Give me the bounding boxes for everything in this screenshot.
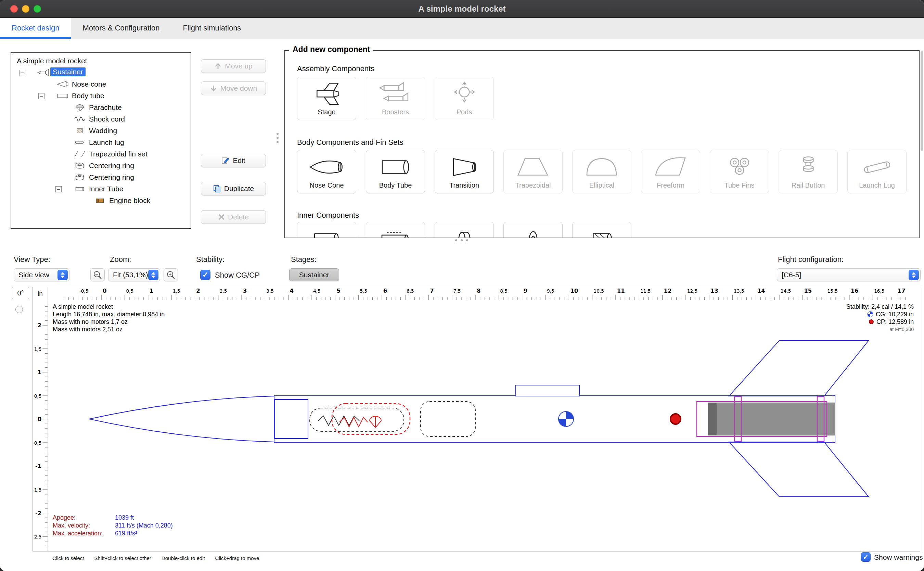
component-card-stage[interactable]: Stage xyxy=(297,77,356,120)
component-card-inner-4[interactable] xyxy=(504,222,563,238)
tree-item-trapezoidal-fin-set[interactable]: Trapezoidal fin set xyxy=(11,148,191,160)
ruler-unit-label[interactable]: in xyxy=(33,287,48,300)
wadding-icon xyxy=(74,126,86,135)
move-up-label: Move up xyxy=(225,62,253,70)
cg-readout: CG: 10,229 in xyxy=(846,310,914,318)
vertical-ruler: -2,5-2-1,5-1-0,500,511,52 xyxy=(33,300,48,551)
duplicate-icon xyxy=(213,185,221,193)
tree-item-label: Engine block xyxy=(109,196,150,205)
launch-lug-shape[interactable] xyxy=(516,385,579,396)
window-title: A simple model rocket xyxy=(0,0,924,18)
tree-item-shock-cord[interactable]: Shock cord xyxy=(11,114,191,125)
tab-motors-configuration[interactable]: Motors & Configuration xyxy=(71,18,171,39)
move-down-label: Move down xyxy=(220,84,257,93)
rotation-slider-knob[interactable] xyxy=(15,306,23,313)
tree-item-body-tube[interactable]: Body tube xyxy=(11,90,191,102)
trapezoidal-icon xyxy=(513,150,553,181)
svg-text:0: 0 xyxy=(103,287,107,294)
tree-item-a-simple-model-rocket[interactable]: A simple model rocket xyxy=(11,56,191,67)
collapse-expander-icon[interactable] xyxy=(55,186,62,192)
engine-block-shape[interactable] xyxy=(708,403,717,435)
tree-item-label: Launch lug xyxy=(89,138,124,147)
fin-lower-shape[interactable] xyxy=(729,442,869,497)
component-card-inner-3[interactable] xyxy=(434,222,494,238)
card-label: Nose Cone xyxy=(310,181,343,193)
component-card-transition[interactable]: Transition xyxy=(434,150,494,193)
component-card-tube-fins: Tube Fins xyxy=(710,150,769,193)
svg-text:8,5: 8,5 xyxy=(500,288,508,294)
rotation-angle-box[interactable]: 0° xyxy=(12,287,29,299)
svg-text:16,5: 16,5 xyxy=(874,288,884,294)
show-cgcp-checkbox[interactable]: ✓ xyxy=(200,270,211,280)
view-type-label: View Type: xyxy=(14,255,50,264)
tree-item-inner-tube[interactable]: Inner Tube xyxy=(11,184,191,195)
transition-icon xyxy=(444,150,485,181)
card-label: Boosters xyxy=(382,108,409,120)
edit-button[interactable]: Edit xyxy=(201,154,266,167)
group-label-body-components-and-fin-sets: Body Components and Fin Sets xyxy=(297,138,403,147)
tree-item-centering-ring[interactable]: Centering ring xyxy=(11,172,191,184)
hint-text: Click+drag to move xyxy=(215,555,259,561)
tree-item-nose-cone[interactable]: Nose cone xyxy=(11,79,191,90)
nose-cone-shape[interactable] xyxy=(89,396,274,442)
chevron-updown-icon xyxy=(148,270,159,280)
zoom-select[interactable]: Fit (53,1%) xyxy=(108,269,160,281)
tree-item-wadding[interactable]: Wadding xyxy=(11,125,191,137)
edit-pencil-icon xyxy=(222,156,229,165)
card-row: Nose ConeBody TubeTransitionTrapezoidalE… xyxy=(297,150,907,193)
zoom-out-button[interactable] xyxy=(90,269,105,281)
view-type-select[interactable]: Side view xyxy=(14,269,69,281)
rocket-info-block: A simple model rocket Length 16,748 in, … xyxy=(53,303,165,333)
bulkhead-icon xyxy=(444,222,485,238)
svg-text:10: 10 xyxy=(570,287,578,294)
tree-item-launch-lug[interactable]: Launch lug xyxy=(11,137,191,148)
component-card-nose-cone[interactable]: Nose Cone xyxy=(297,150,356,193)
duplicate-button[interactable]: Duplicate xyxy=(201,182,266,196)
cg-icon xyxy=(867,311,873,317)
svg-text:0,5: 0,5 xyxy=(126,288,134,294)
svg-text:1: 1 xyxy=(149,287,154,294)
card-label: Transition xyxy=(449,181,479,193)
svg-text:4: 4 xyxy=(290,287,294,294)
flight-configuration-select[interactable]: [C6-5] xyxy=(777,269,921,281)
stage-icon xyxy=(306,77,347,108)
zoom-label: Zoom: xyxy=(110,255,131,264)
delete-label: Delete xyxy=(228,213,249,221)
tree-item-sustainer[interactable]: Sustainer xyxy=(11,67,191,79)
svg-text:3,5: 3,5 xyxy=(266,288,274,294)
hint-text: Click to select xyxy=(52,555,84,561)
component-card-inner-1[interactable] xyxy=(297,222,356,238)
cg-marker xyxy=(559,412,574,426)
pods-icon xyxy=(444,77,485,108)
zoom-in-button[interactable] xyxy=(163,269,178,281)
component-card-inner-2[interactable] xyxy=(366,222,425,238)
svg-text:4,5: 4,5 xyxy=(313,288,321,294)
move-up-button: Move up xyxy=(201,59,266,73)
show-warnings-checkbox[interactable]: ✓ xyxy=(861,552,871,562)
card-label: Stage xyxy=(317,108,336,120)
vertical-splitter-grip[interactable] xyxy=(455,239,468,241)
collapse-expander-icon[interactable] xyxy=(38,93,45,99)
svg-text:6: 6 xyxy=(383,287,387,294)
tree-item-engine-block[interactable]: Engine block xyxy=(11,195,191,207)
motor-shape[interactable] xyxy=(708,403,835,435)
collapse-expander-icon[interactable] xyxy=(19,70,25,76)
component-tree: A simple model rocketSustainerNose coneB… xyxy=(11,52,191,229)
fin-upper-shape[interactable] xyxy=(729,341,869,396)
tab-rocket-design[interactable]: Rocket design xyxy=(0,18,71,39)
tab-flight-simulations[interactable]: Flight simulations xyxy=(171,18,253,39)
palette-scrollbar[interactable] xyxy=(921,51,923,151)
svg-text:0,5: 0,5 xyxy=(34,394,42,399)
card-row xyxy=(297,222,631,238)
component-palette: Assembly ComponentsStageBoostersPodsBody… xyxy=(284,50,919,238)
stage-toggle-sustainer[interactable]: Sustainer xyxy=(289,269,339,281)
svg-text:0: 0 xyxy=(38,416,42,423)
hint-text: Double-click to edit xyxy=(162,555,205,561)
svg-text:-0,5: -0,5 xyxy=(79,288,89,294)
component-card-body-tube[interactable]: Body Tube xyxy=(366,150,425,193)
panel-splitter-grip[interactable] xyxy=(277,131,279,145)
tree-item-parachute[interactable]: Parachute xyxy=(11,102,191,114)
component-card-inner-5[interactable] xyxy=(572,222,631,238)
innertube-icon xyxy=(74,185,86,193)
tree-item-centering-ring[interactable]: Centering ring xyxy=(11,160,191,172)
